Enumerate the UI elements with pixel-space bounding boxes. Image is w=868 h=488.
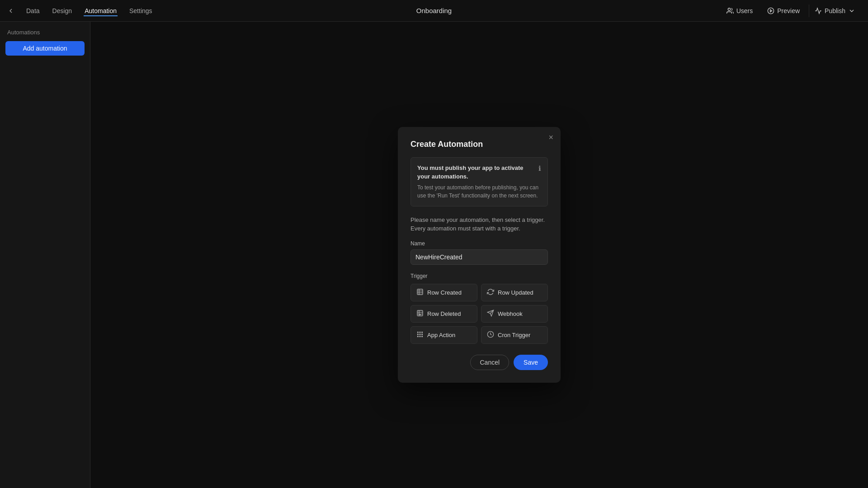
preview-label: Preview (777, 7, 800, 14)
trigger-cron[interactable]: Cron Trigger (481, 326, 548, 344)
tab-automation[interactable]: Automation (84, 5, 118, 16)
svg-point-16 (422, 332, 423, 333)
trigger-options-grid: Row Created Row Updated (410, 284, 548, 344)
svg-point-15 (420, 332, 420, 333)
tab-design[interactable]: Design (52, 5, 73, 16)
svg-point-20 (417, 336, 418, 337)
main-content: × Create Automation You must publish you… (90, 22, 868, 488)
cron-icon (487, 331, 494, 339)
trigger-webhook-label: Webhook (498, 310, 523, 317)
tab-data[interactable]: Data (25, 5, 41, 16)
trigger-row-updated[interactable]: Row Updated (481, 284, 548, 301)
top-navigation: Data Design Automation Settings Onboardi… (0, 0, 868, 22)
info-banner-text: To test your automation before publishin… (417, 183, 541, 200)
tab-settings[interactable]: Settings (128, 5, 153, 16)
trigger-webhook[interactable]: Webhook (481, 305, 548, 323)
svg-rect-3 (417, 289, 423, 295)
trigger-row-deleted-label: Row Deleted (427, 310, 461, 317)
name-input[interactable] (410, 249, 548, 265)
svg-rect-7 (417, 310, 423, 316)
trigger-row-updated-label: Row Updated (498, 289, 533, 296)
save-button[interactable]: Save (514, 355, 548, 370)
app-action-icon (416, 331, 424, 339)
modal-footer: Cancel Save (410, 355, 548, 370)
svg-point-0 (728, 8, 730, 10)
publish-label: Publish (825, 7, 845, 14)
create-automation-modal: × Create Automation You must publish you… (398, 127, 561, 382)
back-button[interactable] (7, 7, 14, 14)
trigger-row-created[interactable]: Row Created (410, 284, 477, 301)
modal-title: Create Automation (410, 140, 548, 149)
info-banner-top: You must publish your app to activate yo… (417, 164, 541, 180)
svg-point-19 (422, 334, 423, 335)
row-updated-icon (487, 288, 494, 297)
preview-button[interactable]: Preview (762, 5, 805, 17)
svg-point-14 (417, 332, 418, 333)
users-label: Users (736, 7, 753, 14)
sidebar-section-title: Automations (0, 29, 90, 41)
nav-right: Users Preview Publish (721, 5, 861, 17)
nav-left: Data Design Automation Settings (7, 5, 153, 16)
info-banner: You must publish your app to activate yo… (410, 157, 548, 206)
trigger-row-deleted[interactable]: Row Deleted (410, 305, 477, 323)
publish-button[interactable]: Publish (809, 5, 861, 17)
svg-point-22 (422, 336, 423, 337)
svg-point-1 (768, 8, 774, 14)
webhook-icon (487, 310, 494, 318)
trigger-section-label: Trigger (410, 273, 548, 279)
modal-description: Please name your automation, then select… (410, 216, 548, 233)
modal-overlay: × Create Automation You must publish you… (90, 22, 868, 488)
sidebar: Automations Add automation (0, 22, 90, 488)
svg-point-18 (420, 334, 420, 335)
users-button[interactable]: Users (721, 5, 759, 17)
trigger-row-created-label: Row Created (427, 289, 462, 296)
trigger-cron-label: Cron Trigger (498, 332, 530, 338)
cancel-button[interactable]: Cancel (470, 355, 509, 370)
row-created-icon (416, 288, 424, 297)
svg-marker-2 (770, 9, 772, 12)
svg-point-17 (417, 334, 418, 335)
name-field-label: Name (410, 240, 548, 247)
add-automation-button[interactable]: Add automation (5, 41, 85, 56)
info-icon: ℹ (538, 164, 541, 173)
svg-point-21 (420, 336, 420, 337)
info-banner-bold: You must publish your app to activate yo… (417, 164, 535, 180)
trigger-app-action[interactable]: App Action (410, 326, 477, 344)
trigger-app-action-label: App Action (427, 332, 455, 338)
app-title: Onboarding (416, 7, 452, 14)
row-deleted-icon (416, 310, 424, 318)
close-button[interactable]: × (548, 133, 553, 141)
